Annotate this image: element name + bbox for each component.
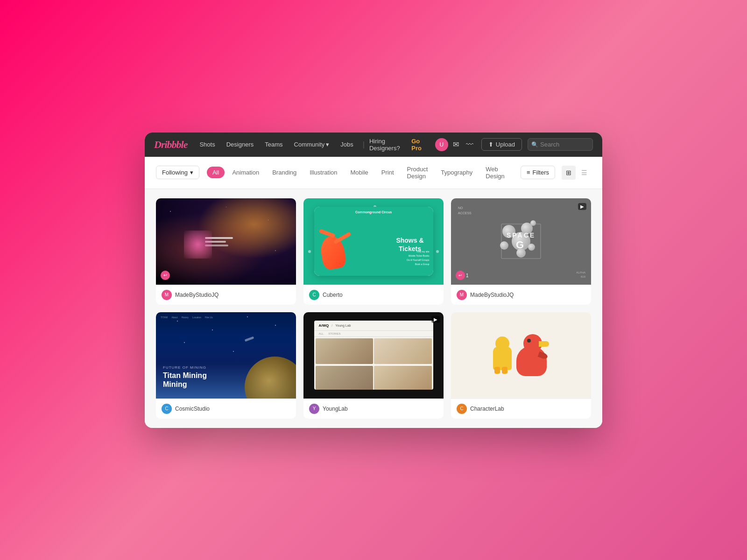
- tag-mobile[interactable]: Mobile: [345, 167, 374, 178]
- tag-all[interactable]: All: [207, 167, 225, 178]
- shot-5-info: Y YoungLab: [303, 399, 444, 419]
- eye-icon: 👁: [162, 276, 167, 281]
- search-icon: 🔍: [531, 141, 538, 148]
- navbar: Dribbble Shots Designers Teams Community…: [145, 133, 602, 157]
- designer-name-3[interactable]: MadeByStudioJQ: [470, 292, 514, 298]
- shot-card-5[interactable]: ▶ A/WQ / Young Lab ALL STORIES: [303, 312, 444, 419]
- shot-2-info: C Cuberto: [303, 285, 444, 305]
- filters-button[interactable]: ≡ Filters: [521, 166, 555, 179]
- shot-thumbnail-4: TITAN! AboutHistoryLocationHire Us FUTUR…: [156, 312, 296, 399]
- comment-icon: 💬: [481, 276, 487, 282]
- browser-window: Dribbble Shots Designers Teams Community…: [145, 133, 602, 428]
- tag-branding[interactable]: Branding: [267, 167, 302, 178]
- shot-card-6[interactable]: C CharacterLab: [451, 312, 591, 419]
- shot-5-background: ▶ A/WQ / Young Lab ALL STORIES: [303, 312, 444, 399]
- filter-tags: All Animation Branding Illustration Mobi…: [207, 163, 510, 182]
- designer-avatar-3: M: [457, 290, 467, 300]
- tag-product-design[interactable]: Product Design: [402, 163, 434, 182]
- shot-6-info: C CharacterLab: [451, 399, 591, 419]
- shot-4-background: TITAN! AboutHistoryLocationHire Us FUTUR…: [156, 312, 296, 399]
- heart-icon: ♥: [496, 276, 500, 281]
- eye-icon: 👁: [309, 276, 314, 281]
- shot-3-background: ▶ NO ACCESS: [451, 198, 591, 285]
- shot-2-background: Commonground Circus: [303, 198, 444, 285]
- shot-card-2[interactable]: Commonground Circus: [303, 198, 444, 305]
- shot-thumbnail-2: Commonground Circus: [303, 198, 444, 285]
- nav-separator: |: [363, 140, 365, 149]
- designer-name-2[interactable]: Cuberto: [323, 292, 343, 298]
- heart-icon: ♥: [344, 276, 347, 281]
- shot-3-info: M MadeByStudioJQ: [451, 285, 591, 305]
- designer-avatar-6: C: [457, 404, 467, 414]
- go-pro-link[interactable]: Go Pro: [411, 138, 428, 152]
- shot-thumbnail-6: [451, 312, 591, 399]
- designer-avatar-5: Y: [309, 404, 319, 414]
- comments-stat: 💬 0: [181, 276, 192, 282]
- filter-icon: ≡: [527, 169, 530, 176]
- tag-illustration[interactable]: Illustration: [304, 167, 343, 178]
- upload-icon: ⬆: [488, 141, 493, 148]
- tag-print[interactable]: Print: [376, 167, 400, 178]
- grid-view-button[interactable]: ⊞: [562, 166, 576, 180]
- shot-6-background: [451, 312, 591, 399]
- user-avatar-icon[interactable]: U: [435, 137, 448, 152]
- nav-shots[interactable]: Shots: [195, 138, 219, 151]
- shot-2-card: Commonground Circus: [314, 207, 433, 276]
- nav-designers[interactable]: Designers: [222, 138, 259, 151]
- messages-icon[interactable]: ✉: [450, 137, 462, 152]
- shot-1-background: ↩: [156, 198, 296, 285]
- shot-thumbnail-3: ▶ NO ACCESS: [451, 198, 591, 285]
- search-wrapper: 🔍: [528, 138, 593, 151]
- chevron-down-icon: ▾: [326, 141, 329, 148]
- views-stat: 👁 134: [162, 276, 176, 281]
- analytics-icon[interactable]: 〰: [464, 137, 476, 152]
- video-icon: ▶: [580, 204, 584, 209]
- tag-typography[interactable]: Typography: [435, 167, 478, 178]
- chevron-down-icon: ▾: [190, 169, 193, 176]
- shot-card-4[interactable]: TITAN! AboutHistoryLocationHire Us FUTUR…: [156, 312, 296, 419]
- shot-5-inner: A/WQ / Young Lab ALL STORIES: [314, 321, 433, 390]
- shot-thumbnail-5: ▶ A/WQ / Young Lab ALL STORIES: [303, 312, 444, 399]
- upload-button[interactable]: ⬆ Upload: [481, 138, 522, 151]
- user-avatar[interactable]: U: [435, 138, 448, 151]
- tag-web-design[interactable]: Web Design: [480, 163, 510, 182]
- designer-avatar-2: C: [309, 290, 319, 300]
- likes-stat: ♥ 2: [197, 276, 204, 281]
- main-content: ↩ 👁 134 💬 0 ♥ 2: [145, 189, 602, 428]
- heart-icon: ♥: [197, 276, 200, 281]
- eye-icon: 👁: [457, 276, 462, 281]
- grid-toggle: ⊞ ☰: [562, 166, 591, 180]
- list-view-button[interactable]: ☰: [577, 166, 591, 180]
- shot-card-1[interactable]: ↩ 👁 134 💬 0 ♥ 2: [156, 198, 296, 305]
- designer-name-6[interactable]: CharacterLab: [470, 406, 504, 412]
- filter-bar: Following ▾ All Animation Branding Illus…: [145, 157, 602, 189]
- video-icon: ▶: [434, 317, 437, 322]
- dribbble-logo[interactable]: Dribbble: [154, 139, 187, 151]
- nav-community[interactable]: Community ▾: [289, 138, 334, 151]
- comment-icon: 💬: [181, 276, 188, 282]
- video-badge-5: ▶: [431, 316, 440, 323]
- following-dropdown[interactable]: Following ▾: [156, 166, 199, 179]
- shot-1-info: M MadeByStudioJQ: [156, 285, 296, 305]
- shot-card-3[interactable]: ▶ NO ACCESS: [451, 198, 591, 305]
- shot-2-title-text: Shows &Tickets: [396, 236, 423, 253]
- shots-grid: ↩ 👁 134 💬 0 ♥ 2: [156, 198, 591, 419]
- nav-jobs[interactable]: Jobs: [336, 138, 358, 151]
- designer-name-5[interactable]: YoungLab: [323, 406, 348, 412]
- designer-avatar-4: C: [162, 404, 172, 414]
- shot-4-info: C CosmicStudio: [156, 399, 296, 419]
- comment-icon: 💬: [329, 276, 335, 282]
- shot-thumbnail-1: ↩ 👁 134 💬 0 ♥ 2: [156, 198, 296, 285]
- nav-hiring[interactable]: Hiring Designers?: [369, 138, 408, 152]
- designer-name-4[interactable]: CosmicStudio: [175, 406, 210, 412]
- designer-avatar-1: M: [162, 290, 172, 300]
- video-badge-3: ▶: [578, 203, 586, 210]
- tag-animation[interactable]: Animation: [226, 167, 265, 178]
- nav-teams[interactable]: Teams: [260, 138, 287, 151]
- designer-name-1[interactable]: MadeByStudioJQ: [175, 292, 218, 298]
- shot-4-title: FUTURE OF MINING Titan Mining Mining: [163, 365, 207, 389]
